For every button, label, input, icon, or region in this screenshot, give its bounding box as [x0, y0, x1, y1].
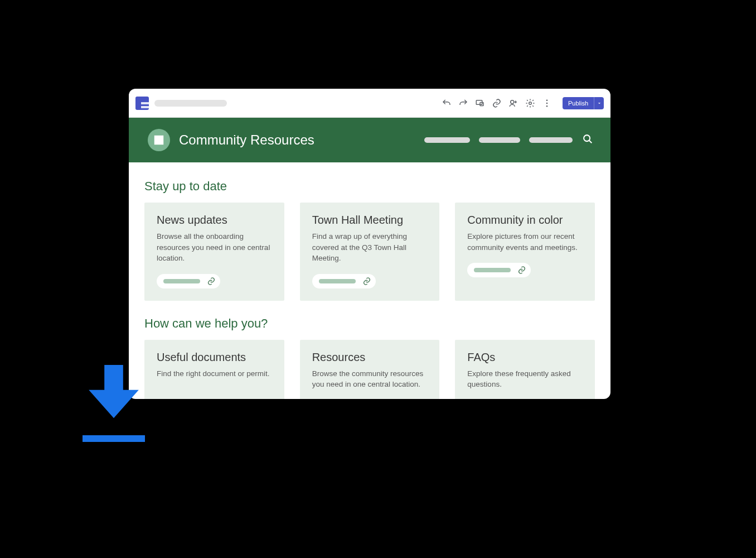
link-text-placeholder	[319, 279, 356, 283]
doc-title-placeholder[interactable]	[154, 100, 227, 107]
publish-button[interactable]: Publish	[563, 97, 594, 109]
link-text-placeholder	[474, 268, 511, 272]
link-icon	[362, 277, 371, 286]
section-title: How can we help you?	[144, 316, 595, 331]
card-title: Town Hall Meeting	[312, 214, 428, 227]
card-body: Find the right document or permit.	[157, 368, 272, 379]
nav-item-placeholder[interactable]	[529, 137, 573, 143]
download-bar	[83, 435, 145, 442]
svg-point-7	[584, 135, 590, 141]
card-link-chip[interactable]	[467, 263, 531, 277]
card-title: FAQs	[467, 351, 583, 364]
link-icon	[517, 266, 526, 275]
card-faqs[interactable]: FAQs Explore these frequently asked ques…	[455, 340, 595, 399]
card-title: Resources	[312, 351, 428, 364]
app-toolbar: Publish	[129, 89, 610, 118]
site-content: Stay up to date News updates Browse all …	[129, 162, 610, 399]
svg-point-3	[529, 102, 532, 104]
card-body: Explore pictures from our recent communi…	[467, 231, 583, 253]
preview-icon[interactable]	[474, 98, 486, 109]
card-body: Explore these frequently asked questions…	[467, 368, 583, 390]
card-link-chip[interactable]	[312, 274, 376, 288]
share-icon[interactable]	[508, 98, 519, 109]
redo-icon[interactable]	[458, 98, 469, 109]
undo-icon[interactable]	[441, 98, 452, 109]
search-icon[interactable]	[581, 133, 594, 147]
svg-point-4	[546, 99, 548, 101]
link-icon[interactable]	[491, 98, 502, 109]
download-icon	[83, 365, 149, 442]
card-resources[interactable]: Resources Browse the community resources…	[300, 340, 440, 399]
svg-point-6	[546, 105, 548, 107]
card-body: Browse the community resources you need …	[312, 368, 428, 390]
nav-item-placeholder[interactable]	[479, 137, 520, 143]
card-link-chip[interactable]	[157, 274, 220, 288]
site-logo-icon	[148, 129, 170, 151]
card-title: News updates	[157, 214, 272, 227]
card-useful-documents[interactable]: Useful documents Find the right document…	[144, 340, 284, 399]
site-header: Community Resources	[129, 118, 610, 162]
settings-icon[interactable]	[525, 98, 536, 109]
card-body: Browse all the onboarding resources you …	[157, 231, 272, 264]
card-news-updates[interactable]: News updates Browse all the onboarding r…	[144, 203, 284, 301]
app-window: Publish Community Resources Stay up to d…	[129, 89, 610, 399]
section-title: Stay up to date	[144, 179, 595, 194]
nav-item-placeholder[interactable]	[424, 137, 470, 143]
sites-app-icon[interactable]	[135, 97, 149, 110]
card-community-color[interactable]: Community in color Explore pictures from…	[455, 203, 595, 301]
publish-dropdown-caret[interactable]	[594, 97, 604, 109]
card-row: News updates Browse all the onboarding r…	[144, 203, 595, 301]
card-title: Community in color	[467, 214, 583, 227]
card-title: Useful documents	[157, 351, 272, 364]
link-text-placeholder	[163, 279, 200, 283]
more-icon[interactable]	[541, 98, 553, 109]
site-title: Community Resources	[179, 132, 314, 148]
card-body: Find a wrap up of everything covered at …	[312, 231, 428, 264]
svg-point-5	[546, 102, 548, 104]
card-row: Useful documents Find the right document…	[144, 340, 595, 399]
link-icon	[207, 277, 216, 286]
card-town-hall[interactable]: Town Hall Meeting Find a wrap up of ever…	[300, 203, 440, 301]
publish-button-group: Publish	[563, 97, 604, 109]
svg-point-2	[511, 100, 514, 103]
